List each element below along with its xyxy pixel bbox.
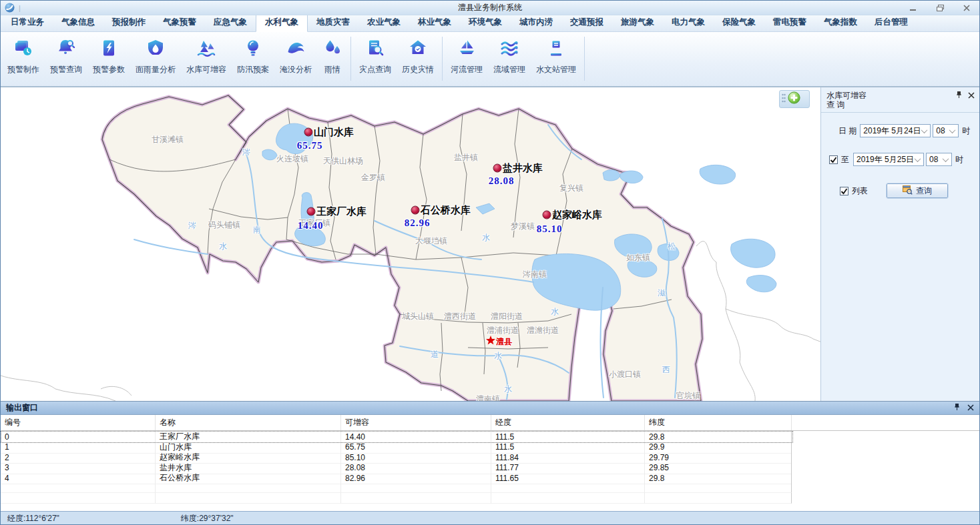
toolbar-button-river-manage[interactable]: 河流管理 [445,32,488,78]
map-canvas[interactable]: 甘溪滩镇火连坡镇天供山林场金罗镇盐井镇复兴镇码头铺镇王家厂镇梦溪镇大堰垱镇涔南镇… [1,87,820,401]
map-river-label: 涔 [242,147,250,158]
reservoir-marker[interactable] [411,206,420,215]
menu-tab-2[interactable]: 气象信息 [53,14,103,31]
table-row[interactable] [1,493,979,504]
map-town-label: 涔南镇 [523,269,547,280]
minimize-button[interactable] [905,3,922,13]
toolbar-button-flood-plan[interactable]: 防汛预案 [232,32,274,78]
toolbar-button-reservoir-capacity[interactable]: 水库可增容 [181,32,232,78]
toolbar-button-warning-search[interactable]: 预警查询 [45,32,87,78]
column-header[interactable]: 可增容 [341,415,491,430]
menu-tabs: 日常业务气象信息预报制作气象预警应急气象水利气象地质灾害农业气象林业气象环境气象… [1,15,979,32]
map-town-label: 官垸镇 [676,390,700,402]
window-title: 澧县业务制作系统 [1,2,979,13]
reservoir-value-label: 85.10 [537,223,563,235]
pin-button[interactable] [953,404,961,413]
column-header[interactable]: 经度 [491,415,645,430]
output-window: 输出窗口 编号 名称 可增容 经度 纬度 0王家厂水库14.40111.529.… [1,401,979,511]
county-seat-label: 澧县 [496,336,512,348]
toolbar-button-submerge-analysis[interactable]: 淹没分析 [274,32,317,78]
table-cell [341,493,491,504]
menu-tab-1[interactable]: 日常业务 [2,14,53,31]
hour-from-select[interactable]: 08 [933,124,959,137]
toolbar-button-rain-info[interactable]: 雨情 [317,32,348,78]
map-town-label: 澧澹街道 [527,325,559,336]
toolbar-button-area-rainfall[interactable]: 面雨量分析 [130,32,181,78]
map-river-label: 水 [551,306,559,318]
date-to-select[interactable]: 2019年 5月25日 [853,153,924,166]
basin-manage-icon [499,38,519,61]
table-cell [792,483,979,494]
toolbar-button-basin-manage[interactable]: 流域管理 [488,32,531,78]
to-date-checkbox[interactable] [829,155,838,164]
list-checkbox[interactable] [840,187,848,195]
close-panel-button[interactable] [968,91,975,101]
menu-tab-10[interactable]: 环境气象 [460,14,511,31]
reservoir-marker[interactable] [493,164,502,173]
area-rainfall-icon [146,38,166,61]
reservoir-name-label: 赵家峪水库 [552,209,602,221]
panel-title-line2: 查 询 [826,100,974,109]
table-row[interactable]: 0王家厂水库14.40111.529.8 [1,431,979,442]
restore-button[interactable] [931,3,949,13]
reservoir-marker[interactable] [307,207,316,216]
query-button[interactable]: 查询 [887,183,948,198]
menu-tab-12[interactable]: 交通预报 [561,14,612,31]
output-table-header: 编号 名称 可增容 经度 纬度 [1,415,979,431]
close-window-button[interactable] [958,3,975,13]
reservoir-capacity-icon [196,38,216,61]
toolbar-button-disaster-search[interactable]: 灾点查询 [354,32,397,78]
menu-tab-14[interactable]: 电力气象 [663,14,714,31]
column-header[interactable]: 编号 [1,415,156,430]
menu-tab-11[interactable]: 城市内涝 [511,14,561,31]
table-cell: 14.40 [341,431,491,443]
map-town-label: 如东镇 [626,252,650,264]
hour-to-select[interactable]: 08 [926,153,952,166]
toolbar-button-hydro-station[interactable]: 水文站管理 [531,32,581,78]
menu-tab-9[interactable]: 林业气象 [409,14,460,31]
menu-tab-7[interactable]: 地质灾害 [308,14,358,31]
toolbar-button-warning-params[interactable]: 预警参数 [87,32,130,78]
close-output-button[interactable] [967,404,974,413]
column-header[interactable]: 名称 [156,415,341,430]
map-town-label: 澧南镇 [476,394,500,402]
disaster-history-icon [408,38,428,61]
table-cell [792,431,979,443]
flood-plan-icon [243,38,263,61]
menu-tab-16[interactable]: 雷电预警 [764,14,815,31]
menu-tab-5[interactable]: 应急气象 [205,14,256,31]
column-header-empty [792,415,979,430]
toolbar-button-warning-create[interactable]: 预警制作 [2,32,45,78]
table-row[interactable] [1,483,979,494]
table-cell: 王家厂水库 [156,431,341,443]
map-town-label: 梦溪镇 [511,221,535,232]
menu-tab-18[interactable]: 后台管理 [866,14,917,31]
column-header[interactable]: 纬度 [645,415,792,430]
table-cell [341,483,491,494]
menu-tab-4[interactable]: 气象预警 [154,14,205,31]
pin-button[interactable] [955,91,963,101]
menu-tab-8[interactable]: 农业气象 [358,14,409,31]
table-row[interactable]: 4石公桥水库82.96111.6529.8 [1,472,979,483]
table-cell [156,493,341,504]
status-bar: 经度:112°6'27" 纬度:29°37'32" [1,511,979,525]
reservoir-marker[interactable] [304,128,313,137]
map-mini-toolbar [779,90,810,108]
menu-tab-6[interactable]: 水利气象 [256,13,308,32]
chevron-down-icon [943,155,949,162]
date-from-select[interactable]: 2019年 5月24日 [860,124,931,137]
menu-tab-3[interactable]: 预报制作 [103,14,154,31]
menu-tab-17[interactable]: 气象指数 [815,14,866,31]
table-row[interactable]: 3盐井水库28.08111.7729.85 [1,462,979,473]
zoom-add-button[interactable] [788,91,800,107]
panel-divider [821,112,979,113]
map-town-label: 复兴镇 [559,183,583,194]
menu-tab-13[interactable]: 旅游气象 [612,14,663,31]
table-cell [792,493,979,504]
table-cell [491,483,645,494]
drag-handle-icon[interactable] [782,93,786,105]
reservoir-marker[interactable] [543,211,551,219]
table-row[interactable]: 2赵家峪水库85.10111.8429.79 [1,452,979,462]
menu-tab-15[interactable]: 保险气象 [714,14,764,31]
toolbar-button-disaster-history[interactable]: 历史灾情 [397,32,439,78]
